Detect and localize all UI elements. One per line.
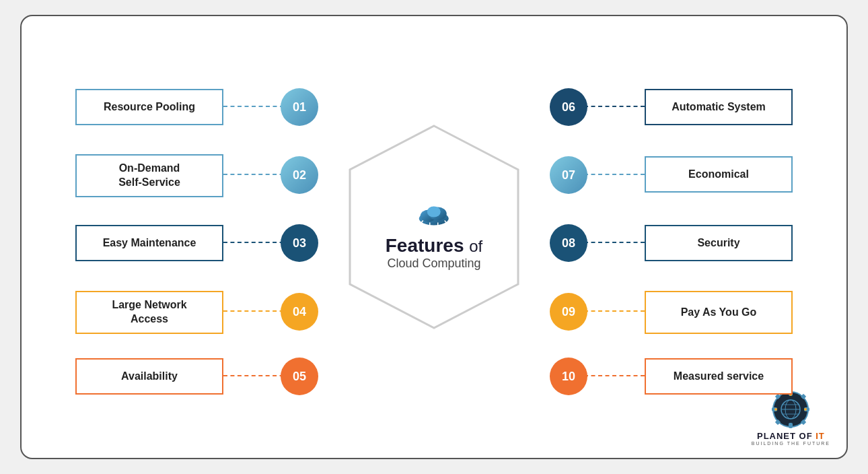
label-security: Security	[645, 225, 793, 261]
logo-area: PLANET OF IT BUILDING THE FUTURE	[752, 389, 830, 446]
features-title: Features of	[386, 235, 483, 257]
circle-02: 02	[281, 156, 318, 194]
center-content: Features of Cloud Computing	[386, 204, 483, 271]
svg-point-24	[804, 408, 807, 411]
circle-06: 06	[550, 88, 587, 126]
circle-01: 01	[281, 88, 318, 126]
circle-04: 04	[281, 293, 318, 331]
label-resource-pooling: Resource Pooling	[75, 89, 223, 125]
main-card: Features of Cloud Computing Resource Poo…	[20, 15, 848, 459]
circle-07: 07	[550, 156, 587, 194]
label-large-network: Large NetworkAccess	[75, 291, 223, 334]
label-availability: Availability	[75, 358, 223, 395]
label-pay-as-you-go: Pay As You Go	[645, 291, 793, 334]
logo-text-sub: BUILDING THE FUTURE	[752, 441, 830, 446]
svg-rect-11	[789, 423, 793, 428]
features-subtitle: Cloud Computing	[386, 257, 483, 271]
circle-09: 09	[550, 293, 587, 331]
label-easy-maintenance: Easy Maintenance	[75, 225, 223, 261]
svg-point-25	[774, 408, 777, 411]
label-on-demand: On-DemandSelf-Service	[75, 154, 223, 197]
label-economical: Economical	[645, 156, 793, 193]
svg-point-4	[427, 207, 441, 217]
logo-icon	[770, 389, 811, 430]
circle-08: 08	[550, 224, 587, 262]
cloud-icon	[386, 204, 483, 232]
circle-05: 05	[281, 358, 318, 395]
circle-10: 10	[550, 358, 587, 395]
label-measured-service: Measured service	[645, 358, 793, 395]
logo-text-main: PLANET OF IT	[752, 431, 830, 441]
circle-03: 03	[281, 224, 318, 262]
label-automatic-system: Automatic System	[645, 89, 793, 125]
